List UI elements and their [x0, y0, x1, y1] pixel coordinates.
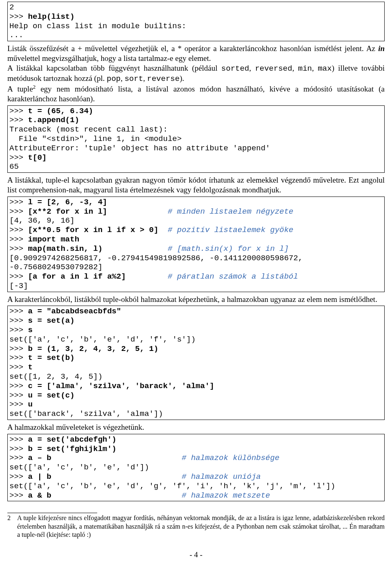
- code-line: >>> help(list): [9, 12, 75, 21]
- code-line: >>> map(math.sin, l) # [math.sin(x) for …: [9, 244, 289, 253]
- code-line: >>> import math: [9, 235, 79, 244]
- code-line: >>> a – b # halmazok különbsége: [9, 453, 279, 462]
- code-line: AttributeError: 'tuple' object has no at…: [9, 144, 270, 153]
- code-box-1: 2 >>> help(list) Help on class list in m…: [7, 2, 385, 41]
- code-line: >>> [x**2 for x in l] # minden listaelem…: [9, 207, 294, 216]
- paragraph-list-comprehension: A listákkal, tuple-el kapcsolatban gyakr…: [7, 175, 385, 195]
- code-line: set([1, 2, 3, 4, 5]): [9, 372, 102, 381]
- footnote-text: A tuple kifejezésre nincs elfogadott mag…: [17, 514, 385, 539]
- paragraph-set-ops: A halmazokkal műveleteket is végezhetünk…: [7, 422, 385, 432]
- code-line: >>> u: [9, 400, 33, 409]
- code-line: >>> s = set(a): [9, 316, 75, 325]
- code-line: >>> t[0]: [9, 153, 47, 162]
- code-line: >>> c = ['alma', 'szilva', 'barack', 'al…: [9, 382, 214, 391]
- paragraph-lists-intro: Listák összefűzését a + művelettel végez…: [7, 44, 385, 104]
- code-box-2: >>> t = (65, 6.34) >>> t.append(1) Trace…: [7, 105, 385, 173]
- code-line: ...: [9, 31, 23, 40]
- code-line: set(['a', 'c', 'b', 'e', 'd', 'f', 's']): [9, 335, 196, 344]
- code-line: >>> t = set(b): [9, 353, 75, 362]
- code-line: Help on class list in module builtins:: [9, 22, 186, 31]
- code-line: set(['a', 'c', 'b', 'e', 'd']): [9, 463, 149, 472]
- code-line: >>> b = (1, 3, 2, 4, 3, 2, 5, 1): [9, 344, 158, 353]
- code-line: >>> u = set(c): [9, 391, 75, 400]
- code-line: >>> a | b # halmazok uniója: [9, 472, 261, 481]
- footnote-2: 2 A tuple kifejezésre nincs elfogadott m…: [7, 514, 385, 539]
- code-line: File "<stdin>", line 1, in <module>: [9, 134, 182, 143]
- code-box-3: >>> l = [2, 6, -3, 4] >>> [x**2 for x in…: [7, 197, 385, 292]
- code-line: 2: [9, 3, 14, 12]
- code-line: >>> l = [2, 6, -3, 4]: [9, 198, 107, 207]
- code-line: >>> t = (65, 6.34): [9, 107, 93, 116]
- code-line: 65: [9, 162, 19, 171]
- code-line: >>> s: [9, 326, 33, 335]
- code-line: set(['a', 'c', 'b', 'e', 'd', 'g', 'f', …: [9, 482, 335, 491]
- code-line: [0.9092974268256817, -0.2794154981989258…: [9, 254, 303, 263]
- code-line: Traceback (most recent call last):: [9, 125, 168, 134]
- code-line: >>> b = set('fghijklm'): [9, 444, 116, 453]
- page-number: - 4 -: [7, 550, 385, 560]
- footnote-separator: [7, 513, 97, 513]
- code-line: >>> a & b # halmazok metszete: [9, 491, 270, 500]
- code-line: set(['barack', 'szilva', 'alma']): [9, 409, 163, 418]
- code-box-5: >>> a = set('abcdefgh') >>> b = set('fgh…: [7, 434, 385, 502]
- code-line: >>> t: [9, 363, 33, 372]
- code-line: >>> a = "abcabdseacbfds": [9, 307, 121, 316]
- code-line: >>> [x**0.5 for x in l if x > 0] # pozit…: [9, 226, 294, 235]
- code-line: -0.7568024953079282]: [9, 263, 102, 272]
- code-line: >>> [a for a in l if a%2] # páratlan szá…: [9, 272, 298, 281]
- code-line: [4, 36, 9, 16]: [9, 216, 75, 225]
- code-line: >>> t.append(1): [9, 116, 79, 125]
- code-box-4: >>> a = "abcabdseacbfds" >>> s = set(a) …: [7, 306, 385, 420]
- code-line: [-3]: [9, 281, 28, 290]
- code-line: >>> a = set('abcdefgh'): [9, 435, 116, 444]
- paragraph-sets-intro: A karakterláncokból, listákból tuple-okb…: [7, 295, 385, 304]
- footnote-number: 2: [7, 514, 17, 539]
